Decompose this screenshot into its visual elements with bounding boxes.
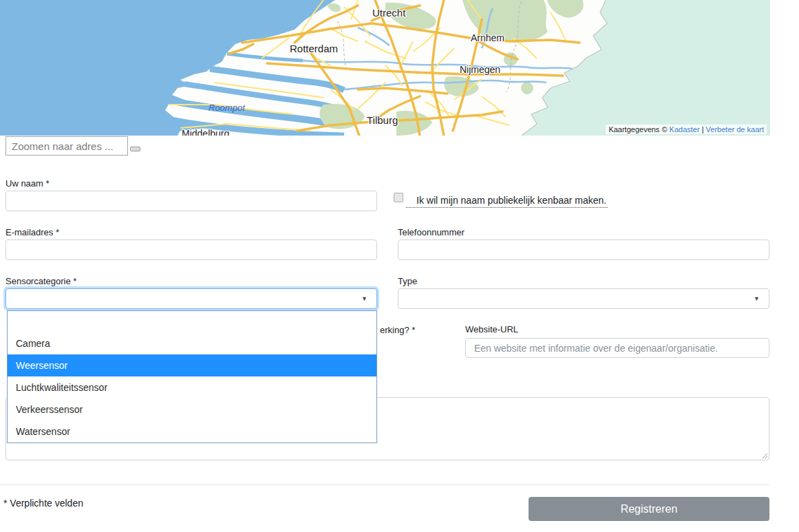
email-input[interactable] — [6, 240, 377, 260]
city-label-utrecht: Utrecht — [372, 7, 405, 19]
register-button[interactable]: Registreren — [529, 497, 769, 521]
dropdown-option-watersensor[interactable]: Watersensor — [8, 421, 376, 443]
website-url-input[interactable] — [465, 338, 769, 358]
city-label-middelburg: Middelburg — [182, 128, 229, 136]
address-zoom-handle[interactable] — [130, 147, 140, 151]
address-zoom-input[interactable] — [6, 136, 128, 156]
map-attribution: Kaartgegevens © Kadaster | Verbeter de k… — [606, 125, 767, 134]
publish-name-label[interactable]: Ik wil mijn naam publiekelijk kenbaar ma… — [406, 195, 608, 208]
phone-label: Telefoonnummer — [398, 227, 465, 237]
city-label-arnhem: Arnhem — [471, 32, 504, 43]
city-label-tilburg: Tilburg — [367, 114, 398, 126]
required-fields-note: * Verplichte velden — [3, 498, 83, 509]
map: Utrecht Rotterdam Arnhem Nijmegen Tilbur… — [0, 0, 770, 136]
attribution-separator: | — [700, 125, 706, 134]
obscured-label-fragment: erking? * — [380, 325, 415, 335]
chevron-down-icon: ▼ — [361, 296, 367, 302]
dropdown-option-verkeerssensor[interactable]: Verkeerssensor — [8, 398, 376, 421]
publish-name-checkbox[interactable] — [394, 193, 403, 202]
dropdown-option-empty[interactable] — [8, 311, 376, 332]
page: Utrecht Rotterdam Arnhem Nijmegen Tilbur… — [0, 0, 799, 532]
dropdown-option-camera[interactable]: Camera — [8, 332, 376, 354]
verbeter-de-kaart-link[interactable]: Verbeter de kaart — [706, 125, 764, 134]
water-label-roompot: Roompot — [209, 103, 245, 113]
footer-divider — [0, 485, 769, 485]
website-url-label: Website-URL — [465, 324, 518, 334]
type-select[interactable]: ▼ — [398, 288, 769, 309]
type-label: Type — [398, 276, 417, 286]
name-input[interactable] — [6, 191, 377, 211]
city-label-rotterdam: Rotterdam — [290, 43, 338, 54]
dropdown-option-luchtkwaliteitssensor[interactable]: Luchtkwaliteitssensor — [8, 376, 376, 398]
sensor-category-select[interactable]: ▼ — [6, 288, 377, 309]
city-label-nijmegen: Nijmegen — [460, 64, 500, 75]
sensor-category-dropdown: Camera Weersensor Luchtkwaliteitssensor … — [7, 310, 377, 443]
name-label: Uw naam * — [6, 178, 50, 189]
kadaster-link[interactable]: Kadaster — [670, 125, 700, 134]
sensor-category-label: Sensorcategorie * — [6, 276, 76, 286]
attribution-text: Kaartgegevens © — [608, 125, 669, 134]
chevron-down-icon: ▼ — [754, 296, 760, 302]
dropdown-option-weersensor[interactable]: Weersensor — [8, 354, 376, 376]
email-label: E-mailadres * — [6, 227, 59, 237]
phone-input[interactable] — [398, 240, 769, 260]
resize-handle-icon[interactable] — [761, 452, 768, 459]
